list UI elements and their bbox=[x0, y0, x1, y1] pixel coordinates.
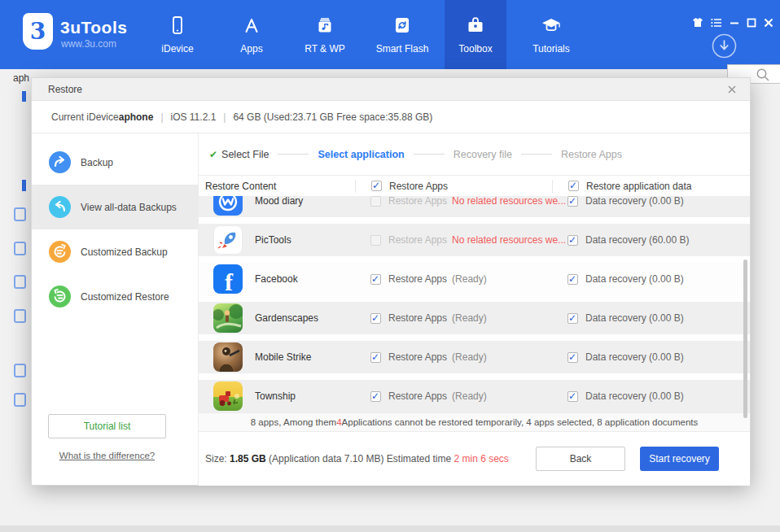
close-icon[interactable] bbox=[764, 18, 773, 28]
nav-item-toolbox[interactable]: Toolbox bbox=[445, 0, 506, 69]
brand-name: 3uTools bbox=[60, 18, 127, 37]
graduation-cap-icon bbox=[540, 14, 563, 38]
dialog-sidebar: Backup View all-data Backups Customized … bbox=[32, 133, 199, 486]
app-list-viewport: Mood diary Restore Apps No related resou… bbox=[199, 196, 750, 412]
sidebar-item-view-all-data-backups[interactable]: View all-data Backups bbox=[32, 185, 198, 229]
column-header-restore-apps: Restore Apps bbox=[389, 181, 448, 192]
restore-application-data-header-checkbox[interactable] bbox=[568, 181, 579, 191]
restore-apps-label: Restore Apps bbox=[388, 312, 447, 324]
pictools-app-icon bbox=[213, 225, 243, 255]
restore-apps-status: (Ready) bbox=[452, 312, 487, 324]
download-circle-icon[interactable] bbox=[712, 33, 737, 62]
restore-apps-checkbox[interactable] bbox=[370, 313, 381, 324]
nav-label: iDevice bbox=[161, 43, 193, 55]
data-recovery-checkbox[interactable] bbox=[567, 352, 578, 363]
restore-apps-checkbox[interactable] bbox=[370, 196, 381, 207]
data-recovery-checkbox[interactable] bbox=[567, 313, 578, 324]
background-sidebar-icon bbox=[14, 364, 26, 377]
briefcase-icon bbox=[465, 14, 486, 38]
nav-item-rt-wp[interactable]: RT & WP bbox=[294, 0, 356, 69]
table-header: Restore Content Restore Apps Restore app… bbox=[199, 176, 750, 196]
separator: | bbox=[223, 111, 226, 123]
tutorial-list-button[interactable]: Tutorial list bbox=[48, 414, 166, 438]
table-row-township[interactable]: Township Restore Apps (Ready) Data recov… bbox=[199, 380, 750, 412]
restore-apps-label: Restore Apps bbox=[388, 196, 447, 207]
restore-apps-checkbox[interactable] bbox=[370, 352, 381, 363]
music-folder-icon bbox=[314, 14, 335, 38]
appstore-a-icon bbox=[241, 14, 262, 38]
iphone-icon bbox=[167, 14, 188, 38]
app-header-bar: 3 3uTools www.3u.com iDevice Apps RT & W… bbox=[0, 0, 780, 69]
app-name: PicTools bbox=[255, 234, 291, 246]
data-recovery-label: Data recovery (60.00 B) bbox=[585, 234, 689, 246]
mood-diary-app-icon bbox=[213, 196, 243, 216]
sidebar-item-backup[interactable]: Backup bbox=[32, 140, 198, 185]
sidebar-item-label: Backup bbox=[81, 157, 113, 168]
nav-item-smart-flash[interactable]: Smart Flash bbox=[371, 0, 433, 69]
vertical-scrollbar-thumb[interactable] bbox=[743, 259, 747, 418]
summary-bar: 8 apps, Among them 4 Applications cannot… bbox=[199, 412, 750, 432]
step-recovery-file: Recovery file bbox=[454, 149, 512, 160]
restore-apps-checkbox[interactable] bbox=[370, 235, 381, 246]
app-name: Facebook bbox=[255, 273, 298, 285]
sidebar-item-customized-backup[interactable]: Customized Backup bbox=[32, 229, 198, 274]
data-recovery-checkbox[interactable] bbox=[567, 391, 578, 402]
facebook-app-icon: f bbox=[213, 264, 243, 294]
table-row-mood-diary[interactable]: Mood diary Restore Apps No related resou… bbox=[199, 196, 750, 217]
nav-label: Toolbox bbox=[458, 43, 492, 55]
customized-backup-icon bbox=[49, 241, 71, 263]
app-name: Township bbox=[255, 390, 296, 402]
sidebar-item-label: Customized Backup bbox=[81, 246, 168, 258]
nav-item-apps[interactable]: Apps bbox=[221, 0, 283, 69]
what-is-the-difference-link[interactable]: What is the difference? bbox=[32, 451, 182, 460]
data-recovery-checkbox[interactable] bbox=[567, 196, 578, 207]
step-restore-apps: Restore Apps bbox=[561, 149, 622, 160]
dialog-close-icon[interactable] bbox=[725, 83, 738, 96]
nav-label: Tutorials bbox=[532, 43, 570, 55]
background-sidebar-icon bbox=[14, 242, 26, 255]
view-backups-arrow-icon bbox=[49, 196, 71, 218]
restore-dialog: Restore Current iDeviceaphone | iOS 11.2… bbox=[31, 77, 751, 486]
nav-item-idevice[interactable]: iDevice bbox=[147, 0, 208, 69]
maximize-icon[interactable] bbox=[747, 18, 756, 28]
data-recovery-label: Data recovery (0.00 B) bbox=[585, 390, 684, 402]
step-connector bbox=[278, 154, 309, 155]
restore-apps-label: Restore Apps bbox=[388, 234, 447, 246]
app-name: Mobile Strike bbox=[255, 351, 311, 363]
gardenscapes-app-icon bbox=[213, 303, 243, 333]
table-row-pictools[interactable]: PicTools Restore Apps No related resourc… bbox=[199, 224, 750, 256]
table-row-facebook[interactable]: f Facebook Restore Apps (Ready) Data rec… bbox=[199, 263, 750, 295]
start-recovery-button[interactable]: Start recovery bbox=[640, 447, 719, 471]
restore-apps-status: (Ready) bbox=[452, 273, 487, 285]
sync-arrows-icon bbox=[392, 14, 413, 38]
nav-label: Apps bbox=[240, 43, 262, 55]
step-done-check-icon: ✔ bbox=[209, 149, 217, 160]
nav-item-tutorials[interactable]: Tutorials bbox=[520, 0, 582, 69]
step-connector bbox=[414, 154, 445, 155]
data-recovery-label: Data recovery (0.00 B) bbox=[585, 196, 684, 207]
nav-label: Smart Flash bbox=[376, 43, 429, 55]
brand-url: www.3u.com bbox=[61, 38, 116, 50]
menu-list-icon[interactable] bbox=[711, 18, 722, 28]
restore-apps-header-checkbox[interactable] bbox=[371, 181, 382, 191]
dialog-titlebar: Restore bbox=[32, 78, 750, 101]
background-sidebar-icon bbox=[14, 275, 26, 289]
summary-text-part2: Applications cannot be restored temporar… bbox=[342, 417, 699, 427]
step-select-file: ✔Select File bbox=[209, 149, 269, 160]
back-button[interactable]: Back bbox=[536, 447, 625, 471]
table-row-gardenscapes[interactable]: Gardenscapes Restore Apps (Ready) Data r… bbox=[199, 302, 750, 334]
restore-apps-status: No related resources we... bbox=[452, 196, 566, 207]
facebook-f-glyph: f bbox=[225, 271, 233, 294]
restore-apps-checkbox[interactable] bbox=[370, 391, 381, 402]
theme-shirt-icon[interactable] bbox=[692, 17, 703, 28]
restore-apps-checkbox[interactable] bbox=[370, 274, 381, 285]
minimize-icon[interactable] bbox=[730, 18, 739, 28]
sidebar-item-label: Customized Restore bbox=[81, 291, 169, 303]
sidebar-item-customized-restore[interactable]: Customized Restore bbox=[32, 274, 198, 319]
customized-restore-icon bbox=[49, 286, 71, 307]
table-row-mobile-strike[interactable]: Mobile Strike Restore Apps (Ready) Data … bbox=[199, 341, 750, 373]
data-recovery-checkbox[interactable] bbox=[567, 274, 578, 285]
background-partial-tab-text: aph bbox=[13, 72, 29, 84]
data-recovery-checkbox[interactable] bbox=[567, 235, 578, 246]
township-app-icon bbox=[213, 382, 243, 411]
